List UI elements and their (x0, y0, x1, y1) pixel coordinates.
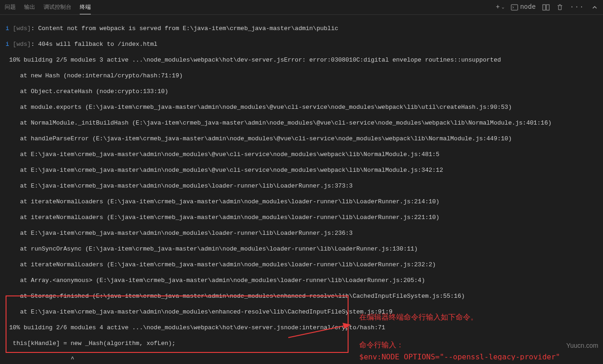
panel-header: 问题 输出 调试控制台 终端 + ⌄ node ··· (0, 0, 603, 15)
tab-problems[interactable]: 问题 (5, 0, 16, 14)
info-icon: i (6, 41, 9, 48)
panel-toolbar: + ⌄ node ··· (496, 3, 598, 11)
svg-rect-1 (543, 5, 546, 10)
terminal-profile-node[interactable]: node (511, 3, 536, 11)
terminal-content[interactable]: i [wds]: Content not from webpack is ser… (0, 15, 603, 360)
annotation-text-1: 在编辑器终端命令行输入如下命令。 (359, 311, 478, 323)
svg-rect-2 (546, 5, 549, 10)
terminal-profile-label: node (520, 3, 536, 11)
kill-terminal-button[interactable] (556, 4, 564, 11)
new-terminal-button[interactable]: + ⌄ (496, 3, 504, 11)
chevron-down-icon: ⌄ (501, 3, 504, 11)
more-actions-button[interactable]: ··· (570, 3, 584, 11)
terminal-icon (511, 4, 518, 11)
annotation-text-2: 命令行输入： $env:NODE_OPTIONS="--openssl-lega… (359, 339, 560, 360)
watermark: Yuucn.com (566, 342, 598, 350)
split-terminal-button[interactable] (542, 4, 550, 11)
panel-tabs: 问题 输出 调试控制台 终端 (5, 0, 91, 14)
tab-debug-console[interactable]: 调试控制台 (44, 0, 71, 14)
tab-output[interactable]: 输出 (24, 0, 35, 14)
svg-rect-0 (511, 5, 518, 10)
maximize-panel-button[interactable] (591, 4, 598, 11)
info-icon: i (6, 25, 9, 32)
plus-icon: + (496, 3, 500, 11)
tab-terminal[interactable]: 终端 (80, 0, 91, 14)
